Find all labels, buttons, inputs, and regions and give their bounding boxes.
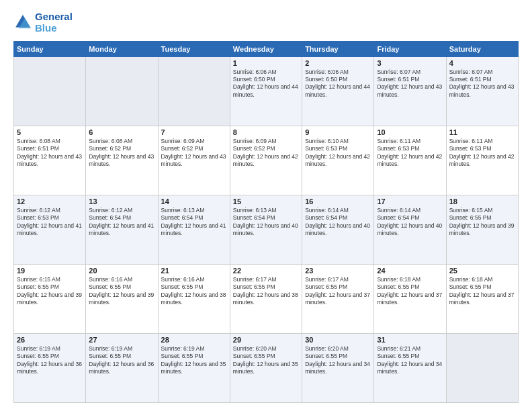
calendar-day-header: Monday [86,41,158,56]
day-info: Sunrise: 6:12 AMSunset: 6:53 PMDaylight:… [17,207,83,238]
calendar-day-cell: 17Sunrise: 6:14 AMSunset: 6:54 PMDayligh… [374,195,446,264]
calendar-day-header: Wednesday [230,41,302,56]
day-info: Sunrise: 6:09 AMSunset: 6:52 PMDaylight:… [233,138,299,169]
day-info: Sunrise: 6:18 AMSunset: 6:55 PMDaylight:… [377,276,443,307]
day-number: 16 [305,197,371,205]
calendar-day-cell: 24Sunrise: 6:18 AMSunset: 6:55 PMDayligh… [374,264,446,333]
day-info: Sunrise: 6:20 AMSunset: 6:55 PMDaylight:… [233,345,299,376]
day-info: Sunrise: 6:16 AMSunset: 6:55 PMDaylight:… [89,276,154,307]
calendar-day-cell [158,56,230,126]
day-number: 2 [305,59,371,67]
day-info: Sunrise: 6:10 AMSunset: 6:53 PMDaylight:… [305,138,371,169]
day-info: Sunrise: 6:08 AMSunset: 6:52 PMDaylight:… [89,138,154,169]
day-number: 21 [161,267,227,275]
day-number: 14 [161,197,227,205]
calendar-day-cell: 18Sunrise: 6:15 AMSunset: 6:55 PMDayligh… [446,195,518,264]
day-number: 17 [377,197,443,205]
day-number: 15 [233,197,299,205]
calendar-day-cell: 10Sunrise: 6:11 AMSunset: 6:53 PMDayligh… [374,126,446,195]
day-info: Sunrise: 6:19 AMSunset: 6:55 PMDaylight:… [17,345,83,376]
day-number: 23 [305,267,371,275]
logo-text: General Blue [35,11,73,34]
calendar-week-row: 1Sunrise: 6:06 AMSunset: 6:50 PMDaylight… [14,56,519,126]
calendar-day-cell: 31Sunrise: 6:21 AMSunset: 6:55 PMDayligh… [374,333,446,402]
day-info: Sunrise: 6:18 AMSunset: 6:55 PMDaylight:… [449,276,515,307]
calendar-day-cell: 19Sunrise: 6:15 AMSunset: 6:55 PMDayligh… [14,264,86,333]
calendar-header-row: SundayMondayTuesdayWednesdayThursdayFrid… [14,41,519,56]
day-number: 7 [161,128,227,136]
day-info: Sunrise: 6:19 AMSunset: 6:55 PMDaylight:… [161,345,227,376]
day-number: 9 [305,128,371,136]
calendar-day-cell: 5Sunrise: 6:08 AMSunset: 6:51 PMDaylight… [14,126,86,195]
day-info: Sunrise: 6:15 AMSunset: 6:55 PMDaylight:… [449,207,515,238]
calendar-day-cell: 15Sunrise: 6:13 AMSunset: 6:54 PMDayligh… [230,195,302,264]
day-number: 5 [17,128,83,136]
day-info: Sunrise: 6:17 AMSunset: 6:55 PMDaylight:… [305,276,371,307]
header: General Blue [13,11,519,34]
calendar-day-header: Thursday [302,41,374,56]
calendar-day-cell: 2Sunrise: 6:06 AMSunset: 6:50 PMDaylight… [302,56,374,126]
calendar-day-header: Saturday [446,41,518,56]
day-number: 10 [377,128,443,136]
page: General Blue SundayMondayTuesdayWednesda… [0,0,532,411]
calendar-day-cell [446,333,518,402]
calendar-week-row: 26Sunrise: 6:19 AMSunset: 6:55 PMDayligh… [14,333,519,402]
calendar-day-cell: 21Sunrise: 6:16 AMSunset: 6:55 PMDayligh… [158,264,230,333]
calendar-day-cell: 27Sunrise: 6:19 AMSunset: 6:55 PMDayligh… [86,333,158,402]
day-number: 25 [449,267,515,275]
day-info: Sunrise: 6:15 AMSunset: 6:55 PMDaylight:… [17,276,83,307]
day-number: 3 [377,59,443,67]
calendar-day-header: Tuesday [158,41,230,56]
day-number: 4 [449,59,515,67]
day-info: Sunrise: 6:07 AMSunset: 6:51 PMDaylight:… [449,68,515,99]
calendar-day-cell: 7Sunrise: 6:09 AMSunset: 6:52 PMDaylight… [158,126,230,195]
calendar-day-cell: 14Sunrise: 6:13 AMSunset: 6:54 PMDayligh… [158,195,230,264]
calendar-day-cell: 20Sunrise: 6:16 AMSunset: 6:55 PMDayligh… [86,264,158,333]
calendar-day-cell: 3Sunrise: 6:07 AMSunset: 6:51 PMDaylight… [374,56,446,126]
logo-icon [13,13,32,32]
day-info: Sunrise: 6:14 AMSunset: 6:54 PMDaylight:… [377,207,443,238]
calendar-day-cell [14,56,86,126]
day-info: Sunrise: 6:19 AMSunset: 6:55 PMDaylight:… [89,345,154,376]
day-info: Sunrise: 6:11 AMSunset: 6:53 PMDaylight:… [377,138,443,169]
calendar-day-cell: 16Sunrise: 6:14 AMSunset: 6:54 PMDayligh… [302,195,374,264]
calendar-day-cell: 22Sunrise: 6:17 AMSunset: 6:55 PMDayligh… [230,264,302,333]
calendar-day-cell: 1Sunrise: 6:06 AMSunset: 6:50 PMDaylight… [230,56,302,126]
day-number: 8 [233,128,299,136]
day-number: 24 [377,267,443,275]
day-info: Sunrise: 6:09 AMSunset: 6:52 PMDaylight:… [161,138,227,169]
day-info: Sunrise: 6:16 AMSunset: 6:55 PMDaylight:… [161,276,227,307]
calendar-day-cell: 12Sunrise: 6:12 AMSunset: 6:53 PMDayligh… [14,195,86,264]
logo: General Blue [13,11,73,34]
calendar-day-cell: 11Sunrise: 6:11 AMSunset: 6:53 PMDayligh… [446,126,518,195]
calendar-day-cell: 25Sunrise: 6:18 AMSunset: 6:55 PMDayligh… [446,264,518,333]
day-info: Sunrise: 6:07 AMSunset: 6:51 PMDaylight:… [377,68,443,99]
day-number: 11 [449,128,515,136]
calendar-day-cell: 23Sunrise: 6:17 AMSunset: 6:55 PMDayligh… [302,264,374,333]
calendar-day-cell: 28Sunrise: 6:19 AMSunset: 6:55 PMDayligh… [158,333,230,402]
calendar-day-header: Sunday [14,41,86,56]
calendar-day-cell: 4Sunrise: 6:07 AMSunset: 6:51 PMDaylight… [446,56,518,126]
calendar-table: SundayMondayTuesdayWednesdayThursdayFrid… [13,41,519,404]
day-info: Sunrise: 6:21 AMSunset: 6:55 PMDaylight:… [377,345,443,376]
day-number: 27 [89,336,154,344]
day-number: 19 [17,267,83,275]
day-info: Sunrise: 6:06 AMSunset: 6:50 PMDaylight:… [233,68,299,99]
day-number: 13 [89,197,154,205]
calendar-week-row: 5Sunrise: 6:08 AMSunset: 6:51 PMDaylight… [14,126,519,195]
day-number: 18 [449,197,515,205]
day-info: Sunrise: 6:20 AMSunset: 6:55 PMDaylight:… [305,345,371,376]
calendar-day-cell: 9Sunrise: 6:10 AMSunset: 6:53 PMDaylight… [302,126,374,195]
calendar-day-cell: 29Sunrise: 6:20 AMSunset: 6:55 PMDayligh… [230,333,302,402]
day-info: Sunrise: 6:14 AMSunset: 6:54 PMDaylight:… [305,207,371,238]
day-info: Sunrise: 6:13 AMSunset: 6:54 PMDaylight:… [233,207,299,238]
day-number: 29 [233,336,299,344]
day-number: 31 [377,336,443,344]
calendar-week-row: 19Sunrise: 6:15 AMSunset: 6:55 PMDayligh… [14,264,519,333]
calendar-day-cell: 30Sunrise: 6:20 AMSunset: 6:55 PMDayligh… [302,333,374,402]
calendar-day-cell [86,56,158,126]
day-info: Sunrise: 6:06 AMSunset: 6:50 PMDaylight:… [305,68,371,99]
calendar-week-row: 12Sunrise: 6:12 AMSunset: 6:53 PMDayligh… [14,195,519,264]
calendar-day-cell: 13Sunrise: 6:12 AMSunset: 6:54 PMDayligh… [86,195,158,264]
day-info: Sunrise: 6:08 AMSunset: 6:51 PMDaylight:… [17,138,83,169]
